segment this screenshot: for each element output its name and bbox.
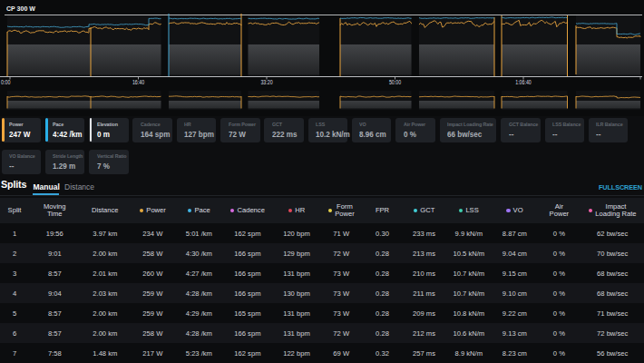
svg-text:16:40: 16:40	[132, 79, 145, 85]
svg-text:1:06:40: 1:06:40	[515, 79, 532, 85]
svg-text:0:00: 0:00	[1, 79, 11, 85]
svg-text:33:20: 33:20	[260, 79, 273, 85]
svg-text:50:00: 50:00	[389, 79, 402, 85]
